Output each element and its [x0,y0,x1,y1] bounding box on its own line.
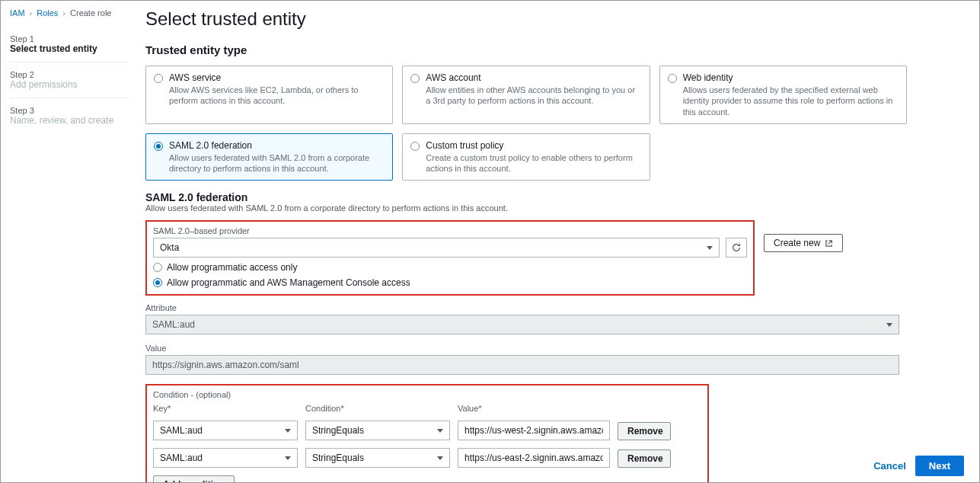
chevron-down-icon [437,429,443,433]
entity-title: AWS account [426,72,641,83]
access-programmatic-only[interactable]: Allow programmatic access only [153,262,747,273]
condition-key-select[interactable]: SAML:aud [153,421,298,440]
condition-op-value: StringEquals [312,425,364,436]
condition-value-input[interactable]: https://us-west-2.signin.aws.amazon.com/… [458,421,610,440]
create-new-button[interactable]: Create new [764,234,843,252]
condition-value-text: https://us-west-2.signin.aws.amazon.com/… [464,425,603,436]
entity-saml-federation[interactable]: SAML 2.0 federation Allow users federate… [145,133,393,181]
provider-label: SAML 2.0–based provider [153,226,747,235]
chevron-down-icon [437,456,443,460]
page-title: Select trusted entity [145,8,964,30]
next-button[interactable]: Next [915,456,964,476]
chevron-down-icon [707,246,713,250]
wizard-step-1[interactable]: Step 1 Select trusted entity [10,30,129,59]
step-name: Add permissions [10,79,129,90]
refresh-button[interactable] [726,238,747,257]
access-label: Allow programmatic access only [167,262,297,273]
step-name: Select trusted entity [10,43,129,54]
entity-desc: Allows users federated by the specified … [683,85,899,117]
condition-value-text: https://us-east-2.signin.aws.amazon.com/… [464,453,603,463]
attribute-value: SAML:aud [152,319,195,330]
provider-selected-value: Okta [160,242,179,253]
condition-op-value: StringEquals [312,453,364,463]
condition-value-input[interactable]: https://us-east-2.signin.aws.amazon.com/… [458,448,610,468]
breadcrumb-current: Create role [70,8,111,18]
remove-condition-button[interactable]: Remove [618,422,671,440]
condition-cond-header: Condition* [305,404,450,413]
entity-type-heading: Trusted entity type [145,43,964,56]
entity-desc: Create a custom trust policy to enable o… [426,152,641,174]
entity-desc: Allow entities in other AWS accounts bel… [426,85,641,107]
saml-section-desc: Allow users federated with SAML 2.0 from… [145,203,964,213]
attribute-label: Attribute [145,303,899,312]
chevron-right-icon: › [62,8,65,18]
value-input: https://signin.aws.amazon.com/saml [145,355,899,375]
saml-section-title: SAML 2.0 federation [145,191,964,203]
chevron-down-icon [886,323,892,327]
entity-custom-trust[interactable]: Custom trust policy Create a custom trus… [402,133,650,181]
radio-icon [154,74,163,83]
step-number: Step 3 [10,106,129,115]
create-new-label: Create new [774,238,820,248]
step-name: Name, review, and create [10,115,129,126]
radio-icon [154,142,163,151]
entity-title: Custom trust policy [426,140,641,151]
radio-icon [668,74,677,83]
attribute-select: SAML:aud [145,315,899,334]
breadcrumb-roles[interactable]: Roles [37,8,58,18]
value-label: Value [145,344,899,353]
entity-title: Web identity [683,72,899,83]
chevron-right-icon: › [30,8,33,18]
breadcrumb-iam[interactable]: IAM [10,8,25,18]
entity-desc: Allow users federated with SAML 2.0 from… [169,152,385,174]
wizard-step-3: Step 3 Name, review, and create [10,101,129,130]
access-programmatic-and-console[interactable]: Allow programmatic and AWS Management Co… [153,277,747,288]
provider-select[interactable]: Okta [153,238,720,257]
wizard-step-2: Step 2 Add permissions [10,66,129,94]
step-number: Step 2 [10,70,129,79]
condition-op-select[interactable]: StringEquals [305,421,450,440]
condition-value-header: Value* [458,404,610,413]
condition-op-select[interactable]: StringEquals [305,448,450,468]
value-text: https://signin.aws.amazon.com/saml [152,360,299,370]
condition-key-header: Key* [153,404,298,413]
condition-key-select[interactable]: SAML:aud [153,448,298,468]
breadcrumb: IAM › Roles › Create role [10,8,129,18]
external-link-icon [825,239,833,248]
entity-aws-account[interactable]: AWS account Allow entities in other AWS … [402,66,650,124]
condition-key-value: SAML:aud [160,425,203,436]
chevron-down-icon [285,429,291,433]
refresh-icon [731,242,742,253]
radio-icon [410,74,420,83]
entity-aws-service[interactable]: AWS service Allow AWS services like EC2,… [145,66,393,124]
radio-icon [153,278,162,287]
chevron-down-icon [285,456,291,460]
remove-condition-button[interactable]: Remove [618,449,671,468]
entity-desc: Allow AWS services like EC2, Lambda, or … [169,85,385,107]
step-number: Step 1 [10,34,129,43]
cancel-button[interactable]: Cancel [873,460,906,472]
entity-title: SAML 2.0 federation [169,140,385,151]
add-condition-button[interactable]: Add condition [153,475,235,482]
condition-heading: Condition - (optional) [153,390,701,399]
condition-key-value: SAML:aud [160,453,203,463]
radio-icon [153,263,162,272]
entity-title: AWS service [169,72,385,83]
entity-web-identity[interactable]: Web identity Allows users federated by t… [659,66,907,124]
access-label: Allow programmatic and AWS Management Co… [167,277,410,288]
radio-icon [410,142,420,151]
